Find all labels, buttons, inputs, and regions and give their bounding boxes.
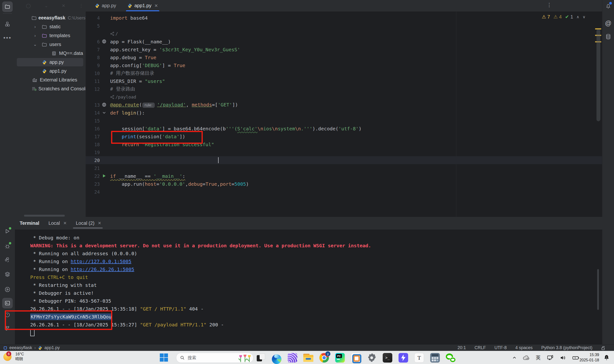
inspections-widget[interactable]: ⚠ 7 ⚠ 4 ✔ 1 ∧ ∨ xyxy=(542,14,586,20)
contrast-app-button[interactable] xyxy=(256,353,266,363)
terminal-app-button[interactable]: >_ xyxy=(382,353,392,363)
pycharm-button[interactable]: PC xyxy=(335,353,345,363)
editor-gutter[interactable]: 16 xyxy=(86,125,108,132)
notification-bell-icon[interactable]: z xyxy=(603,354,610,361)
wechat-button[interactable] xyxy=(446,353,456,363)
onedrive-cloud-icon[interactable] xyxy=(523,355,530,360)
status-encoding[interactable]: UTF-8 xyxy=(494,345,507,350)
project-horizontal-scrollbar[interactable] xyxy=(24,215,65,217)
close-icon[interactable]: ✕ xyxy=(63,221,67,226)
chevron-right-icon[interactable]: › xyxy=(33,25,37,29)
run-gutter-icon[interactable] xyxy=(101,173,107,179)
editor-gutter[interactable]: 20 xyxy=(86,156,108,164)
editor-gutter[interactable]: 12 xyxy=(86,85,108,93)
fold-chevron-icon[interactable] xyxy=(101,110,107,116)
file-explorer-button[interactable] xyxy=(303,353,313,363)
next-problem-chevron-icon[interactable]: ∨ xyxy=(583,15,586,19)
endpoint-gutter-icon[interactable] xyxy=(101,102,107,108)
editor-gutter[interactable]: 17 xyxy=(86,132,108,140)
project-tool-button[interactable] xyxy=(2,1,13,12)
endpoint-gutter-icon[interactable] xyxy=(101,39,107,44)
debug-tool-button[interactable] xyxy=(2,241,13,251)
prev-problem-chevron-icon[interactable]: ∧ xyxy=(577,15,579,19)
version-control-tool-button[interactable] xyxy=(2,323,13,334)
tab-app-py[interactable]: app.py xyxy=(91,0,120,11)
run-tool-button[interactable] xyxy=(2,226,13,236)
editor-gutter[interactable]: 10 xyxy=(86,69,108,77)
breadcrumb[interactable]: eeeasyflask › app1.py xyxy=(3,345,60,350)
status-line-ending[interactable]: CRLF xyxy=(474,345,486,350)
editor-gutter[interactable]: 9 xyxy=(86,61,108,69)
structure-tool-button[interactable] xyxy=(2,19,13,29)
editor-gutter[interactable]: 15 xyxy=(86,117,108,125)
editor-gutter[interactable]: 5 xyxy=(86,22,108,30)
editor-gutter[interactable]: 6 xyxy=(86,38,108,46)
typora-button[interactable]: T xyxy=(414,353,424,363)
terminal-tab-local-2-[interactable]: Local (2)✕ xyxy=(76,217,101,230)
tree-item-mq-data[interactable]: ?MQ==.data xyxy=(15,49,86,58)
editor[interactable]: 4import base645/6app = Flask(__name__)7a… xyxy=(86,12,602,217)
breadcrumb-project[interactable]: eeeasyflask xyxy=(9,345,32,350)
terminal-tool-button[interactable] xyxy=(2,298,13,308)
chevron-down-icon[interactable]: ⌄ xyxy=(33,42,37,47)
database-button[interactable] xyxy=(604,33,612,41)
terminal-output[interactable]: * Debug mode: onWARNING: This is a devel… xyxy=(15,234,602,337)
pen-display-icon[interactable] xyxy=(547,355,554,361)
breadcrumb-file[interactable]: app1.py xyxy=(44,345,60,350)
editor-gutter[interactable]: 18 xyxy=(86,140,108,148)
status-python-interpreter[interactable]: Python 3.8 (pythonProject) xyxy=(541,345,592,350)
start-button[interactable] xyxy=(160,353,168,362)
battery-charging-icon[interactable] xyxy=(572,355,579,360)
tab-app1-py[interactable]: app1.py✕ xyxy=(124,0,162,11)
tree-item-users[interactable]: ⌄users xyxy=(15,40,86,49)
taskbar-clock[interactable]: 15:39 2025-01-18 xyxy=(579,352,599,363)
editor-gutter[interactable]: 14 xyxy=(86,109,108,117)
terminal-tab-local[interactable]: Local✕ xyxy=(48,217,67,230)
editor-gutter[interactable]: 11 xyxy=(86,77,108,85)
calculator-button[interactable] xyxy=(430,353,440,363)
editor-gutter[interactable]: 13 xyxy=(86,101,108,109)
notifications-button[interactable] xyxy=(604,2,612,10)
services-layers-tool-button[interactable] xyxy=(2,269,13,279)
ime-indicator[interactable]: 英 xyxy=(536,354,541,361)
ai-assistant-button[interactable]: @ xyxy=(604,19,612,27)
python-packages-tool-button[interactable] xyxy=(2,255,13,265)
status-caret-position[interactable]: 20:1 xyxy=(458,345,466,350)
settings-button[interactable] xyxy=(367,353,377,363)
volume-icon[interactable] xyxy=(560,355,566,361)
more-tool-windows-button[interactable]: ••• xyxy=(2,33,13,43)
chrome-button[interactable]: y xyxy=(319,353,329,363)
tree-item-static[interactable]: ›static xyxy=(15,22,86,31)
close-icon[interactable]: ✕ xyxy=(98,221,101,226)
editor-gutter[interactable]: 4 xyxy=(86,14,108,22)
weather-widget[interactable]: 6 16°C 晴朗 xyxy=(3,352,24,361)
tree-item-external-libraries[interactable]: External Libraries xyxy=(15,76,86,84)
services-tool-button[interactable] xyxy=(2,284,13,295)
problems-tool-button[interactable] xyxy=(2,310,13,320)
quark-button[interactable] xyxy=(287,353,297,363)
editor-gutter[interactable]: 7 xyxy=(86,46,108,53)
tree-item-app1-py[interactable]: app1.py xyxy=(15,67,86,76)
tree-item-eeeasyflask[interactable]: eeeasyflaskC:\Users\51261\D xyxy=(15,13,86,22)
flash-app-button[interactable] xyxy=(398,353,408,363)
vmware-button[interactable] xyxy=(351,353,361,363)
lock-open-icon[interactable] xyxy=(601,346,605,350)
status-indent-style[interactable]: 4 spaces xyxy=(515,345,533,350)
chevron-right-icon[interactable]: › xyxy=(33,33,37,38)
edge-button[interactable] xyxy=(272,353,282,363)
tree-item-app-py[interactable]: app.py xyxy=(15,58,86,67)
terminal-tab-terminal[interactable]: Terminal xyxy=(20,217,39,230)
tree-item-templates[interactable]: ›templates xyxy=(15,31,86,40)
tree-item-scratches-and-consoles[interactable]: Scratches and Consoles xyxy=(15,84,86,93)
terminal-link[interactable]: http://127.0.0.1:5005 xyxy=(71,259,131,264)
editor-gutter[interactable]: 8 xyxy=(86,53,108,61)
terminal-link[interactable]: http://26.26.26.1:5005 xyxy=(71,266,134,272)
editor-options-kebab-icon[interactable]: ⋮ xyxy=(546,2,552,8)
editor-gutter[interactable]: 24 xyxy=(86,188,108,196)
taskbar-search[interactable]: 搜索 xyxy=(176,353,253,363)
editor-gutter[interactable]: 23 xyxy=(86,180,108,188)
editor-gutter[interactable]: 22 xyxy=(86,172,108,180)
editor-gutter[interactable]: 21 xyxy=(86,164,108,172)
editor-gutter[interactable]: 19 xyxy=(86,148,108,156)
tray-chevron-up-icon[interactable] xyxy=(512,356,516,360)
